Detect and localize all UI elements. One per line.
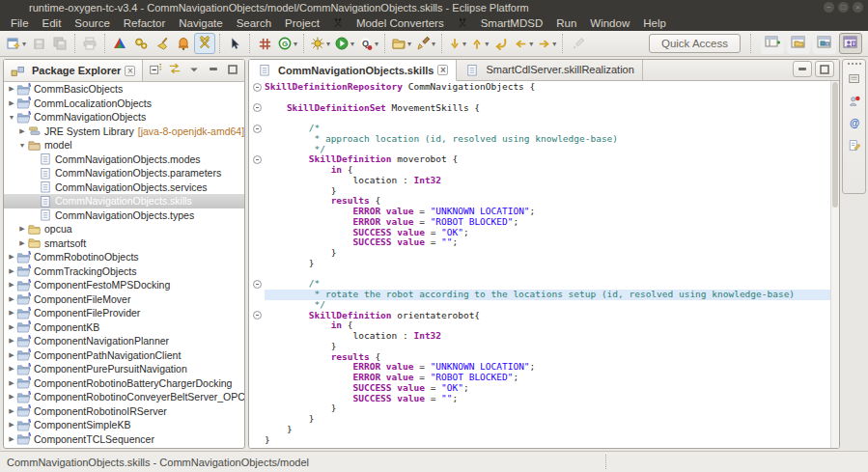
dropdown-arrow-icon[interactable]: ▾ xyxy=(432,40,435,48)
modeling-perspective-button[interactable] xyxy=(813,33,836,54)
previous-annotation-button[interactable]: ▾ xyxy=(468,33,490,54)
run-button[interactable]: ▾ xyxy=(332,33,356,54)
tree-item-componentrobotinoirserver[interactable]: ▶MComponentRobotinoIRServer xyxy=(4,404,244,419)
tree-item-componentpurepursuitnavigation[interactable]: ▶MComponentPurePursuitNavigation xyxy=(4,362,244,376)
tree-item-componentpathnavigationclient[interactable]: ▶MComponentPathNavigationClient xyxy=(4,348,244,363)
code-line[interactable]: } xyxy=(249,425,839,435)
chevron-collapsed-icon[interactable]: ▶ xyxy=(7,85,16,93)
clean-tool-button[interactable] xyxy=(152,33,173,54)
code-line[interactable]: } xyxy=(249,403,839,414)
dropdown-arrow-icon[interactable]: ▾ xyxy=(375,40,378,48)
dropdown-arrow-icon[interactable]: ▾ xyxy=(552,40,556,48)
menu-source[interactable]: Source xyxy=(68,15,116,31)
forward-button[interactable]: ▾ xyxy=(535,33,558,54)
minimize-window-icon[interactable]: − xyxy=(824,2,834,13)
tree-item-model[interactable]: ▼model xyxy=(4,138,244,153)
code-editor[interactable]: SkillDefinitionRepository CommNavigation… xyxy=(249,81,839,448)
drag-handle[interactable] xyxy=(848,63,861,65)
menu-navigate[interactable]: Navigate xyxy=(172,15,229,31)
dropdown-arrow-icon[interactable]: ▾ xyxy=(294,40,297,48)
chevron-collapsed-icon[interactable]: ▶ xyxy=(17,127,27,135)
dropdown-arrow-icon[interactable]: ▾ xyxy=(529,40,533,48)
open-folder-button[interactable]: ▾ xyxy=(389,33,413,54)
minimize-editor-icon[interactable] xyxy=(793,61,812,77)
close-window-icon[interactable]: × xyxy=(853,2,863,13)
tab-smartcdlserver-skillrealization[interactable]: SmartCdlServer.skillRealization xyxy=(457,59,642,80)
chevron-collapsed-icon[interactable]: ▶ xyxy=(7,435,16,443)
menu-run[interactable]: Run xyxy=(549,15,583,31)
code-generator-button[interactable] xyxy=(130,33,152,54)
chevron-collapsed-icon[interactable]: ▶ xyxy=(7,267,16,275)
crossed-hammers-icon[interactable] xyxy=(455,16,470,30)
deployment-bell-button[interactable] xyxy=(173,33,194,54)
menu-smartmdsd[interactable]: SmartMDSD xyxy=(474,15,550,31)
tree-item-commnavigationobjects[interactable]: ▼MCommNavigationObjects xyxy=(4,110,244,125)
code-line[interactable]: * approach location (id, resolved using … xyxy=(249,134,839,145)
maximize-view-button[interactable] xyxy=(224,62,241,79)
editor-scrollbar[interactable] xyxy=(830,81,839,448)
collapse-fold-icon[interactable] xyxy=(253,280,262,289)
build-model-button[interactable] xyxy=(109,33,130,54)
code-line[interactable]: SUCCESS value = ""; xyxy=(249,394,839,404)
tree-item-componentfestompsdocking[interactable]: ▶MComponentFestoMPSDocking xyxy=(4,278,244,292)
tree-item-componentsimplekb[interactable]: ▶MComponentSimpleKB xyxy=(4,418,244,432)
last-edit-location-button[interactable] xyxy=(490,33,512,54)
code-line[interactable]: SkillDefinitionRepository CommNavigation… xyxy=(249,82,839,93)
collapse-fold-icon[interactable] xyxy=(253,103,262,112)
code-line[interactable]: location : Int32 xyxy=(249,331,839,342)
tree-item-commnavigationobjects-modes[interactable]: CommNavigationObjects.modes xyxy=(4,153,244,167)
tree-item-jre-system-library[interactable]: ▶JRE System Library[java-8-openjdk-amd64… xyxy=(4,125,244,139)
generate-globe-button[interactable]: G▾ xyxy=(275,33,299,54)
tree-item-componentnavigationplanner[interactable]: ▶MComponentNavigationPlanner xyxy=(4,334,244,348)
tree-item-commnavigationobjects-services[interactable]: CommNavigationObjects.services xyxy=(4,180,244,195)
tree-item-commtrackingobjects[interactable]: ▶MCommTrackingObjects xyxy=(4,264,244,279)
code-line[interactable] xyxy=(249,113,839,124)
menu-project[interactable]: Project xyxy=(278,15,326,31)
collapse-all-button[interactable] xyxy=(147,62,164,79)
menu-window[interactable]: Window xyxy=(583,15,636,31)
annotation-brush-button[interactable]: ▾ xyxy=(413,33,437,54)
scrollbar-thumb[interactable] xyxy=(832,82,838,208)
minimize-view-button[interactable] xyxy=(205,62,222,79)
dropdown-arrow-icon[interactable]: ▾ xyxy=(407,40,411,48)
tab-commnavigationobjects-skills[interactable]: CommNavigationObjects.skills × xyxy=(249,60,457,81)
next-annotation-button[interactable]: ▾ xyxy=(446,33,468,54)
tree-item-componentrobotinobatterychargerdocking[interactable]: ▶MComponentRobotinoBatteryChargerDocking xyxy=(4,376,244,391)
dropdown-arrow-icon[interactable]: ▾ xyxy=(485,40,489,48)
chevron-collapsed-icon[interactable]: ▶ xyxy=(7,309,16,317)
smartmdsd-perspective-button[interactable] xyxy=(839,33,862,54)
tree-item-componentfilemover[interactable]: ▶MComponentFileMover xyxy=(4,292,244,307)
tab-package-explorer[interactable]: Package Explorer × xyxy=(4,60,143,81)
collapse-fold-icon[interactable] xyxy=(253,311,262,319)
tree-item-commbasicobjects[interactable]: ▶MCommBasicObjects xyxy=(4,82,244,97)
chevron-collapsed-icon[interactable]: ▶ xyxy=(7,421,16,429)
code-line[interactable]: } xyxy=(249,259,839,269)
tree-item-componenttclsequencer[interactable]: ▶MComponentTCLSequencer xyxy=(4,432,244,447)
component-grid-button[interactable] xyxy=(254,33,275,54)
chevron-collapsed-icon[interactable]: ▶ xyxy=(7,407,16,415)
profile-button[interactable]: Q▾ xyxy=(356,33,380,54)
chevron-expanded-icon[interactable]: ▼ xyxy=(7,114,16,121)
tree-item-smartsoft[interactable]: ▶smartsoft xyxy=(4,236,244,251)
chevron-collapsed-icon[interactable]: ▶ xyxy=(7,379,16,387)
maximize-editor-icon[interactable] xyxy=(815,61,834,77)
code-line[interactable] xyxy=(249,269,839,280)
chevron-collapsed-icon[interactable]: ▶ xyxy=(7,99,16,107)
menu-edit[interactable]: Edit xyxy=(36,15,69,31)
chevron-collapsed-icon[interactable]: ▶ xyxy=(7,393,16,401)
properties-view-button[interactable] xyxy=(845,70,863,89)
menu-help[interactable]: Help xyxy=(636,15,673,31)
menu-search[interactable]: Search xyxy=(230,15,278,31)
menu-refactor[interactable]: Refactor xyxy=(117,15,172,31)
collapse-fold-icon[interactable] xyxy=(253,125,262,133)
code-line[interactable]: } xyxy=(249,248,839,259)
tree-item-commnavigationobjects-types[interactable]: CommNavigationObjects.types xyxy=(4,208,244,223)
javadoc-view-button[interactable]: @ xyxy=(845,115,863,133)
tree-item-componentfileprovider[interactable]: ▶MComponentFileProvider xyxy=(4,306,244,320)
close-view-icon[interactable]: × xyxy=(125,66,135,76)
tree-item-commnavigationobjects-skills[interactable]: CommNavigationObjects.skills xyxy=(4,194,244,208)
crossed-hammers-icon[interactable] xyxy=(330,16,346,30)
external-tools-button[interactable]: ▾ xyxy=(308,33,332,54)
chevron-collapsed-icon[interactable]: ▶ xyxy=(17,225,27,233)
chevron-collapsed-icon[interactable]: ▶ xyxy=(7,365,16,373)
